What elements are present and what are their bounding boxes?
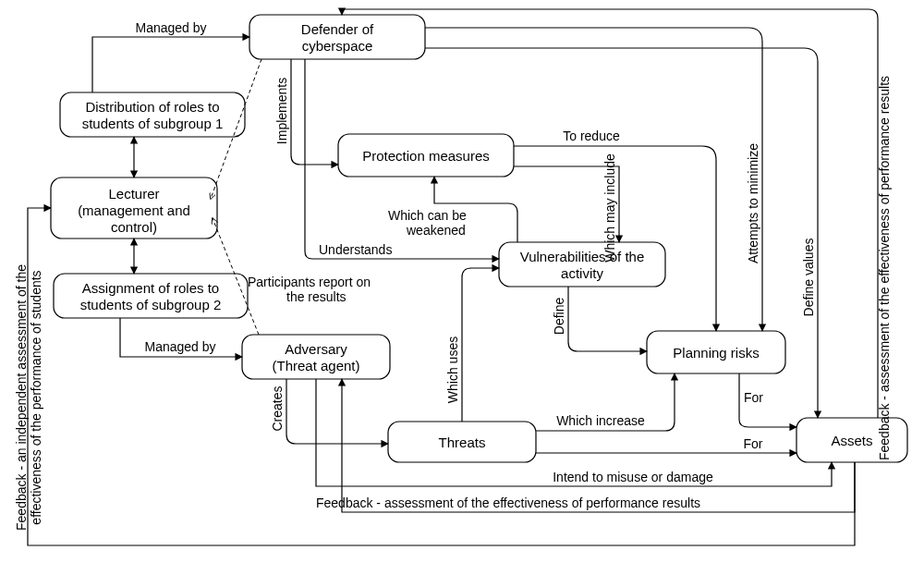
label-which-include: Which may include [602, 153, 617, 263]
node-lecturer-l3: control) [111, 219, 157, 235]
label-intend-misuse: Intend to misuse or damage [553, 470, 713, 484]
node-defender-l2: cyberspace [302, 38, 373, 54]
node-defender: Defender of cyberspace [249, 15, 425, 59]
node-planning-l1: Planning risks [673, 345, 759, 361]
edge-managed-by-1 [92, 37, 249, 92]
node-adversary-l2: (Threat agent) [272, 358, 359, 373]
label-attempts-min: Attempts to minimize [746, 143, 760, 263]
edge-implements [291, 59, 338, 165]
label-participants-1: Participants report on [248, 275, 371, 289]
node-defender-l1: Defender of [301, 21, 374, 37]
node-dist-roles: Distribution of roles to students of sub… [60, 92, 245, 137]
label-participants-2: the results [286, 289, 346, 304]
node-dist-roles-l1: Distribution of roles to [85, 99, 219, 115]
node-assets-l1: Assets [831, 433, 872, 448]
node-assign-roles-l2: students of subgroup 2 [80, 297, 222, 312]
node-dist-roles-l2: students of subgroup 1 [82, 116, 224, 131]
node-lecturer-l2: (management and [78, 202, 190, 218]
label-implements: Implements [274, 78, 289, 144]
node-vuln-l2: activity [561, 265, 603, 281]
node-adversary: Adversary (Threat agent) [242, 335, 390, 379]
node-assign-roles-l1: Assignment of roles to [82, 280, 219, 296]
label-define-values: Define values [801, 239, 816, 317]
node-lecturer-l1: Lecturer [108, 186, 159, 202]
edge-creates [286, 379, 388, 444]
node-lecturer: Lecturer (management and control) [51, 177, 217, 239]
label-define: Define [552, 298, 566, 336]
label-feedback-left-1: Feedback - an independent assessment of … [14, 264, 29, 531]
node-protection: Protection measures [338, 134, 514, 177]
node-adversary-l1: Adversary [285, 341, 347, 357]
node-vuln-l1: Vulnerabilities of the [520, 249, 645, 264]
label-creates: Creates [270, 385, 285, 431]
label-for-2: For [744, 436, 763, 451]
label-which-weakened-2: weakened [406, 223, 466, 238]
node-vulnerabilities: Vulnerabilities of the activity [499, 242, 665, 287]
label-which-increase: Which increase [556, 413, 645, 428]
label-managed-by-1: Managed by [135, 20, 206, 35]
node-threats-l1: Threats [439, 434, 486, 450]
node-threats: Threats [388, 422, 536, 462]
edge-which-uses [462, 268, 499, 422]
node-assign-roles: Assignment of roles to students of subgr… [54, 274, 248, 318]
label-managed-by-2: Managed by [144, 339, 215, 354]
label-feedback-bottom: Feedback - assessment of the effectivene… [316, 495, 700, 510]
label-for-1: For [744, 390, 763, 405]
label-feedback-left-2: effectiveness of the performance of stud… [29, 270, 43, 524]
node-planning: Planning risks [647, 331, 785, 373]
node-protection-l1: Protection measures [362, 148, 490, 164]
edge-define [568, 287, 647, 351]
label-to-reduce: To reduce [563, 128, 620, 143]
label-feedback-right: Feedback - assessment of the effectivene… [877, 76, 892, 460]
label-which-uses: Which uses [445, 336, 460, 403]
label-understands: Understands [319, 242, 392, 257]
label-which-weakened-1: Which can be [388, 208, 467, 223]
